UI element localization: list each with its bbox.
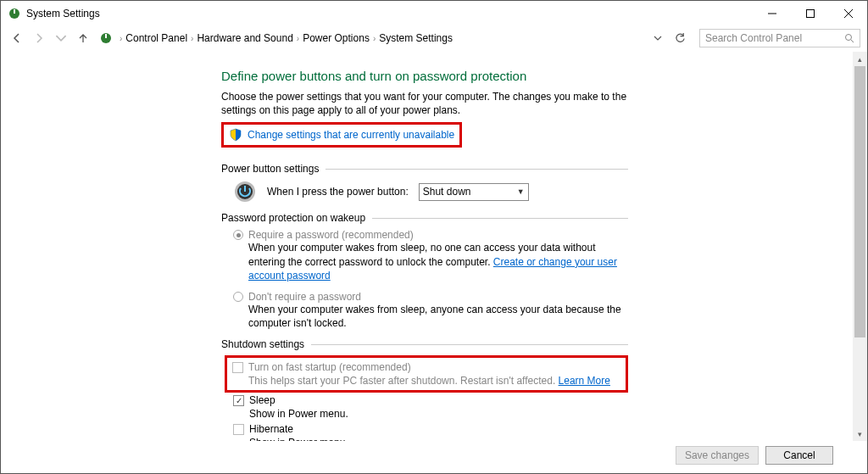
cancel-button[interactable]: Cancel	[765, 446, 833, 465]
change-settings-link[interactable]: Change settings that are currently unava…	[229, 128, 454, 142]
radio-dont-require	[233, 292, 243, 302]
power-button-value: Shut down	[423, 186, 471, 198]
section-password: Password protection on wakeup	[221, 212, 628, 224]
highlight-fast-startup: Turn on fast startup (recommended) This …	[225, 355, 628, 393]
close-button[interactable]	[829, 2, 867, 25]
svg-rect-1	[14, 9, 15, 14]
content-area: ▴ ▾ Define power buttons and turn on pas…	[1, 52, 867, 441]
chevron-right-icon: ›	[297, 34, 299, 43]
sleep-label: Sleep	[249, 394, 275, 406]
scroll-thumb[interactable]	[854, 66, 865, 337]
svg-line-9	[851, 40, 854, 42]
breadcrumb-system-settings[interactable]: System Settings	[379, 32, 453, 44]
app-icon	[8, 7, 21, 20]
power-button-label: When I press the power button:	[267, 186, 409, 198]
radio-require-label: Require a password (recommended)	[248, 229, 414, 241]
address-icon	[99, 31, 113, 45]
chevron-right-icon: ›	[191, 34, 193, 43]
svg-rect-7	[105, 34, 107, 38]
search-icon	[844, 33, 854, 43]
sleep-desc: Show in Power menu.	[249, 408, 628, 420]
divider-icon	[326, 169, 628, 170]
section-title: Password protection on wakeup	[221, 212, 365, 224]
forward-button[interactable]	[30, 29, 48, 47]
back-button[interactable]	[8, 29, 26, 47]
save-button[interactable]: Save changes	[676, 446, 759, 465]
section-title: Power button settings	[221, 163, 319, 175]
checkbox-sleep	[233, 395, 244, 406]
learn-more-link[interactable]: Learn More	[559, 375, 610, 387]
divider-icon	[311, 344, 628, 345]
svg-point-8	[846, 35, 852, 41]
checkbox-fast-startup	[232, 362, 243, 373]
radio-require-desc: When your computer wakes from sleep, no …	[248, 241, 628, 282]
window-title: System Settings	[26, 8, 100, 20]
breadcrumb-hardware-sound[interactable]: Hardware and Sound	[197, 32, 292, 44]
power-button-select[interactable]: Shut down ▼	[419, 183, 529, 201]
chevron-down-icon: ▼	[517, 187, 525, 196]
window-controls	[753, 2, 867, 25]
divider-icon	[372, 218, 628, 219]
intro-text: Choose the power settings that you want …	[221, 90, 628, 117]
minimize-button[interactable]	[753, 2, 791, 25]
maximize-button[interactable]	[791, 2, 829, 25]
shield-icon	[229, 128, 242, 142]
section-title: Shutdown settings	[221, 338, 304, 350]
titlebar: System Settings	[1, 1, 867, 26]
vertical-scrollbar[interactable]: ▴ ▾	[853, 52, 867, 441]
navbar: › Control Panel › Hardware and Sound › P…	[1, 26, 867, 50]
checkbox-hibernate	[233, 424, 244, 435]
chevron-right-icon: ›	[120, 34, 122, 43]
section-shutdown: Shutdown settings	[221, 338, 628, 350]
section-power-button: Power button settings	[221, 163, 628, 175]
refresh-button[interactable]	[670, 29, 689, 47]
scroll-up-arrow[interactable]: ▴	[853, 52, 867, 66]
address-dropdown[interactable]	[652, 32, 664, 44]
recent-dropdown[interactable]	[52, 29, 70, 47]
footer: Save changes Cancel	[1, 441, 867, 473]
radio-dont-desc: When your computer wakes from sleep, any…	[248, 303, 628, 330]
fast-startup-desc: This helps start your PC faster after sh…	[248, 375, 620, 387]
radio-require-password	[233, 230, 243, 240]
fast-startup-label: Turn on fast startup (recommended)	[248, 361, 411, 373]
svg-rect-3	[806, 10, 814, 18]
breadcrumb-power-options[interactable]: Power Options	[303, 32, 370, 44]
page-heading: Define power buttons and turn on passwor…	[221, 69, 628, 83]
breadcrumb: › Control Panel › Hardware and Sound › P…	[120, 32, 667, 44]
up-button[interactable]	[74, 29, 92, 47]
radio-dont-label: Don't require a password	[248, 291, 361, 303]
search-placeholder: Search Control Panel	[705, 32, 802, 44]
hibernate-label: Hibernate	[249, 423, 293, 435]
breadcrumb-control-panel[interactable]: Control Panel	[125, 32, 187, 44]
highlight-change-settings: Change settings that are currently unava…	[221, 122, 462, 148]
power-icon	[233, 180, 257, 204]
chevron-right-icon: ›	[373, 34, 376, 43]
change-settings-label: Change settings that are currently unava…	[248, 129, 454, 141]
search-input[interactable]: Search Control Panel	[699, 29, 860, 47]
scroll-down-arrow[interactable]: ▾	[853, 427, 867, 441]
